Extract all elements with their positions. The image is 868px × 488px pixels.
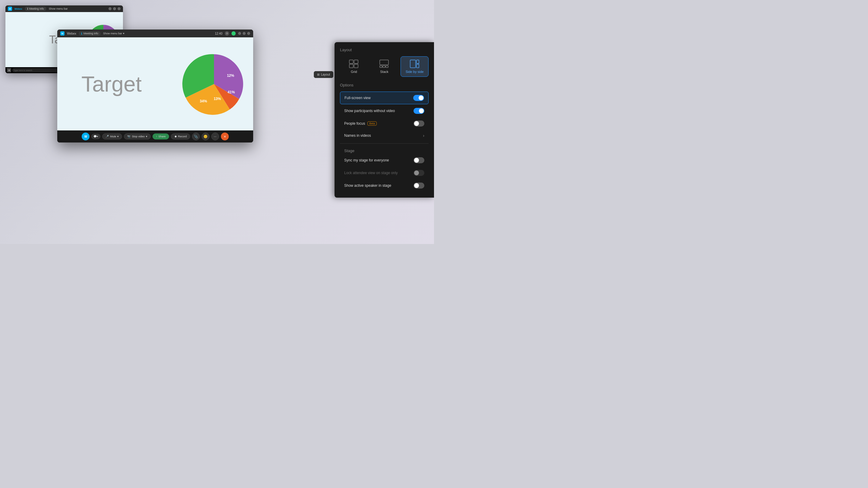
svg-rect-16 <box>416 64 419 68</box>
webex-status-icon: W <box>82 133 90 140</box>
main-maximize-btn[interactable] <box>243 32 246 35</box>
layout-trigger-label: Layout <box>321 73 330 76</box>
share-label: Share <box>158 135 166 138</box>
main-titlebar-left: W Webex ℹ Meeting info Show menu bar ▾ <box>60 31 212 36</box>
people-focus-option[interactable]: People focus Beta <box>340 118 429 130</box>
svg-rect-11 <box>380 66 382 67</box>
panel-divider <box>340 143 429 144</box>
show-participants-label: Show participants without video <box>344 109 395 113</box>
sync-stage-option[interactable]: Sync my stage for everyone <box>340 154 429 166</box>
main-window-controls <box>238 32 250 35</box>
show-participants-option[interactable]: Show participants without video <box>340 105 429 117</box>
bg-minimize-btn[interactable] <box>108 7 112 10</box>
grid-label: Grid <box>351 70 357 73</box>
layout-options: Grid Stack <box>340 56 429 77</box>
main-window: W Webex ℹ Meeting info Show menu bar ▾ 1… <box>57 30 253 142</box>
people-focus-toggle[interactable] <box>413 121 424 127</box>
main-target-text: Target <box>82 72 142 96</box>
show-participants-toggle[interactable] <box>413 108 424 114</box>
options-section: Options Full-screen view Show participan… <box>340 83 429 141</box>
bg-webex-label: Webex <box>14 7 22 10</box>
pie-chart-container: 12% 13% 34% 41% <box>181 51 247 117</box>
pie-chart: 12% 13% 34% 41% <box>181 51 247 117</box>
bg-window-controls <box>108 7 121 10</box>
bg-meeting-info-label: Meeting info <box>29 7 44 10</box>
more-btn[interactable]: ··· <box>211 133 219 140</box>
mute-btn[interactable]: 🎤 Mute ▾ <box>102 133 122 139</box>
full-screen-knob <box>418 96 424 100</box>
main-minimize-btn[interactable] <box>238 32 241 35</box>
sync-stage-toggle[interactable] <box>413 157 424 163</box>
layout-option-stack[interactable]: Stack <box>370 56 398 77</box>
main-meeting-info-btn[interactable]: ℹ Meeting info <box>79 31 101 36</box>
show-active-speaker-option[interactable]: Show active speaker in stage <box>340 180 429 192</box>
emoji-btn[interactable]: 😊 <box>202 133 210 140</box>
svg-text:34%: 34% <box>200 99 207 103</box>
show-active-speaker-label: Show active speaker in stage <box>344 184 391 188</box>
end-call-btn[interactable]: ✕ <box>221 133 229 140</box>
bg-titlebar: W Webex ℹ Meeting info Show menu bar <box>5 5 123 12</box>
svg-rect-7 <box>354 60 358 64</box>
side-by-side-label: Side by side <box>406 70 424 73</box>
svg-text:41%: 41% <box>227 90 235 94</box>
svg-rect-6 <box>349 60 353 64</box>
full-screen-label: Full-screen view <box>344 96 371 100</box>
main-titlebar: W Webex ℹ Meeting info Show menu bar ▾ 1… <box>57 30 253 37</box>
grid-layout-icon <box>349 60 359 68</box>
layout-panel: Layout Grid <box>335 42 434 198</box>
svg-rect-14 <box>410 60 415 68</box>
svg-rect-8 <box>349 64 353 68</box>
sync-stage-label: Sync my stage for everyone <box>344 158 389 162</box>
layout-panel-title: Layout <box>340 47 429 52</box>
bg-meeting-info-btn[interactable]: ℹ Meeting info <box>25 7 46 11</box>
layout-grid-icon: ⊞ <box>317 73 319 76</box>
bg-webex-icon: W <box>8 7 12 11</box>
main-titlebar-right: 12:40 ? <box>215 31 250 36</box>
svg-rect-12 <box>383 66 385 67</box>
stage-title: Stage <box>340 146 429 154</box>
stop-video-label: Stop video <box>132 135 145 138</box>
full-screen-toggle[interactable] <box>413 95 424 101</box>
svg-rect-9 <box>354 64 358 68</box>
main-content: Target 12% 13% 34% 41% <box>57 37 253 130</box>
svg-rect-10 <box>380 60 389 65</box>
layout-trigger-btn[interactable]: ⊞ Layout <box>314 71 333 78</box>
main-close-btn[interactable] <box>247 32 250 35</box>
names-chevron-icon: › <box>423 133 424 138</box>
reactions-btn[interactable]: 📎 <box>192 133 200 140</box>
share-btn[interactable]: ↑ Share <box>153 133 169 139</box>
show-active-speaker-toggle[interactable] <box>413 183 424 189</box>
stop-video-btn[interactable]: 📷 Stop video ▾ <box>124 133 151 139</box>
svg-text:13%: 13% <box>214 96 221 101</box>
stack-label: Stack <box>380 70 389 73</box>
beta-badge: Beta <box>367 121 377 126</box>
stack-layout-icon <box>379 60 389 68</box>
svg-rect-15 <box>416 60 419 64</box>
lock-attendee-label: Lock attendee view on stage only <box>344 171 398 175</box>
people-focus-label: People focus Beta <box>344 121 377 126</box>
status-indicator <box>231 31 236 36</box>
main-time: 12:40 <box>215 32 222 35</box>
main-webex-label: Webex <box>67 32 76 35</box>
options-title: Options <box>340 83 429 87</box>
main-meeting-info-label: Meeting info <box>84 32 98 35</box>
side-by-side-layout-icon <box>410 60 420 68</box>
lock-attendee-option: Lock attendee view on stage only <box>340 167 429 179</box>
layout-option-grid[interactable]: Grid <box>340 56 368 77</box>
svg-text:12%: 12% <box>227 73 234 77</box>
main-show-menu-btn[interactable]: Show menu bar ▾ <box>103 32 124 35</box>
svg-rect-13 <box>386 66 388 67</box>
bg-maximize-btn[interactable] <box>113 7 116 10</box>
record-btn[interactable]: ⏺ Record <box>171 133 190 139</box>
windows-icon: ⊞ <box>7 68 11 72</box>
main-webex-icon: W <box>60 31 64 36</box>
main-info-dot: ℹ <box>81 32 82 35</box>
layout-option-side-by-side[interactable]: Side by side <box>401 56 429 77</box>
lock-attendee-toggle <box>413 170 424 176</box>
main-toolbar: W 💬▾ 🎤 Mute ▾ 📷 Stop video ▾ ↑ Share ⏺ R… <box>57 130 253 142</box>
names-in-videos-label: Names in videos <box>344 133 371 138</box>
bg-close-btn[interactable] <box>118 7 121 10</box>
chat-btn[interactable]: 💬▾ <box>91 134 100 139</box>
names-in-videos-option[interactable]: Names in videos › <box>340 130 429 141</box>
full-screen-option[interactable]: Full-screen view <box>340 92 429 104</box>
